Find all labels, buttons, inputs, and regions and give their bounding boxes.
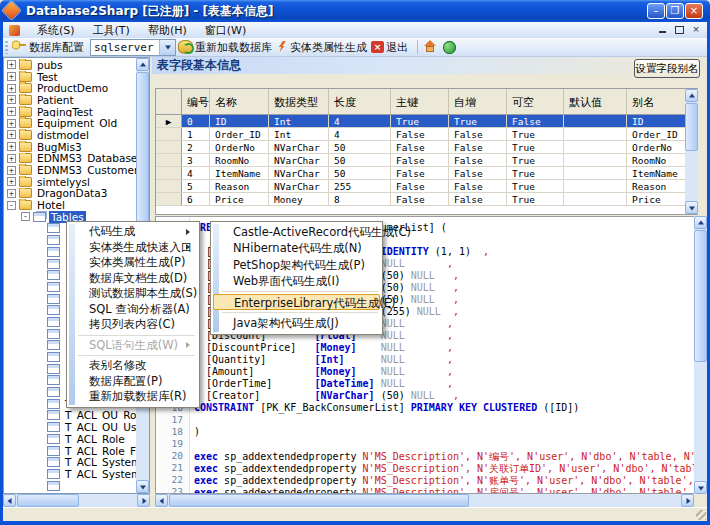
scroll-down-icon[interactable] bbox=[136, 480, 149, 493]
tree-horizontal-scrollbar[interactable] bbox=[3, 494, 150, 507]
minimize-button[interactable]: – bbox=[647, 3, 665, 19]
menu-item[interactable]: 实体类生成快速入口 bbox=[69, 240, 197, 256]
grid-vertical-scrollbar[interactable] bbox=[685, 89, 698, 214]
tree-item[interactable]: T_ACL_Role bbox=[4, 433, 136, 445]
mdi-close-icon[interactable]: × bbox=[689, 24, 703, 36]
scroll-up-icon[interactable] bbox=[694, 216, 707, 229]
tree-item[interactable]: +Test bbox=[4, 71, 136, 83]
grid-cell[interactable]: NVarChar bbox=[269, 180, 329, 192]
tree-toggle-icon[interactable]: + bbox=[7, 95, 16, 104]
grid-cell[interactable]: True bbox=[507, 193, 564, 205]
grid-column-header[interactable]: 数据类型 bbox=[269, 89, 329, 114]
row-selector-cell[interactable] bbox=[156, 128, 182, 140]
tree-toggle-icon[interactable]: + bbox=[7, 107, 16, 116]
grid-cell[interactable]: 8 bbox=[329, 193, 391, 205]
tree-toggle-icon[interactable]: - bbox=[21, 212, 30, 221]
grid-column-header[interactable]: 可空 bbox=[507, 89, 564, 114]
grid-cell[interactable]: ID bbox=[210, 115, 269, 127]
grid-cell[interactable] bbox=[564, 128, 627, 140]
entity-gen-button[interactable]: 实体类属性生成 bbox=[290, 40, 367, 55]
grid-cell[interactable]: NVarChar bbox=[269, 167, 329, 179]
grid-cell[interactable]: ItemName bbox=[210, 167, 269, 179]
grid-scroll-thumb[interactable] bbox=[685, 103, 698, 151]
tree-toggle-icon[interactable]: + bbox=[7, 72, 16, 81]
grid-column-header[interactable]: 别名 bbox=[627, 89, 687, 114]
scroll-right-icon[interactable] bbox=[137, 494, 150, 507]
code-horizontal-scrollbar[interactable] bbox=[155, 494, 694, 507]
grid-cell[interactable]: True bbox=[507, 167, 564, 179]
set-field-alias-button[interactable]: 设置字段别名 bbox=[634, 59, 700, 78]
grid-cell[interactable]: False bbox=[391, 128, 449, 140]
menu-item[interactable]: SQL 查询分析器(A) bbox=[69, 302, 197, 318]
tree-item[interactable]: T_ACL_OU_Role bbox=[4, 410, 136, 422]
menubar-item[interactable]: 帮助(H) bbox=[139, 22, 196, 39]
menu-item[interactable]: 重新加载数据库(R) bbox=[69, 389, 197, 405]
toolbar-grip[interactable] bbox=[5, 41, 8, 54]
combo-dropdown-icon[interactable] bbox=[159, 40, 175, 55]
reload-db-button[interactable]: 重新加载数据库 bbox=[195, 40, 272, 55]
tree-item[interactable]: T_ACL_SystemAuth bbox=[4, 456, 136, 468]
table-row[interactable]: 3RoomNoNVarChar50FalseFalseTrueRoomNo bbox=[156, 154, 697, 167]
row-selector-cell[interactable]: ▶ bbox=[156, 115, 182, 127]
row-selector-cell[interactable] bbox=[156, 180, 182, 192]
grid-cell[interactable]: 2 bbox=[182, 141, 210, 153]
tree-toggle-icon[interactable]: + bbox=[7, 142, 16, 151]
tree-toggle-icon[interactable]: + bbox=[7, 60, 16, 69]
grid-cell[interactable]: ID bbox=[627, 115, 687, 127]
grid-cell[interactable]: False bbox=[391, 193, 449, 205]
grid-cell[interactable]: True bbox=[507, 128, 564, 140]
tree-item[interactable]: +simtelyysl bbox=[4, 176, 136, 188]
grid-cell[interactable]: Order_ID bbox=[210, 128, 269, 140]
grid-cell[interactable]: False bbox=[391, 141, 449, 153]
tree-item[interactable]: +PagingTest bbox=[4, 106, 136, 118]
menu-item[interactable]: 数据库文档生成(D) bbox=[69, 271, 197, 287]
scroll-down-icon[interactable] bbox=[694, 481, 707, 494]
menu-item[interactable]: NHibernate代码生成(N) bbox=[213, 240, 380, 256]
grid-column-header[interactable]: 编号 bbox=[182, 89, 210, 114]
grid-cell[interactable]: NVarChar bbox=[269, 154, 329, 166]
grid-cell[interactable]: 0 bbox=[182, 115, 210, 127]
menu-item[interactable]: 表别名修改 bbox=[69, 358, 197, 374]
grid-cell[interactable] bbox=[564, 154, 627, 166]
grid-cell[interactable]: Int bbox=[269, 115, 329, 127]
tree-item[interactable]: +Patient bbox=[4, 94, 136, 106]
grid-cell[interactable]: 50 bbox=[329, 167, 391, 179]
grid-cell[interactable]: False bbox=[449, 128, 507, 140]
menubar-item[interactable]: 窗口(W) bbox=[196, 22, 255, 39]
tree-item[interactable]: +DragonData3 bbox=[4, 188, 136, 200]
table-row[interactable]: 5ReasonNVarChar255FalseFalseTrueReason bbox=[156, 180, 697, 193]
grid-cell[interactable]: Price bbox=[210, 193, 269, 205]
grid-cell[interactable]: 50 bbox=[329, 154, 391, 166]
menu-item[interactable]: 实体类属性生成(P) bbox=[69, 255, 197, 271]
tree-item[interactable]: +distmodel bbox=[4, 129, 136, 141]
grid-cell[interactable] bbox=[564, 141, 627, 153]
grid-cell[interactable]: False bbox=[507, 115, 564, 127]
grid-cell[interactable] bbox=[564, 193, 627, 205]
mdi-minimize-icon[interactable] bbox=[655, 24, 669, 36]
grid-cell[interactable]: True bbox=[507, 154, 564, 166]
tree-item[interactable]: +pubs bbox=[4, 59, 136, 71]
menu-item[interactable]: Castle-ActiveRecord代码生成(C) bbox=[213, 224, 380, 240]
grid-cell[interactable]: True bbox=[507, 141, 564, 153]
grid-cell[interactable]: Price bbox=[627, 193, 687, 205]
grid-cell[interactable]: 4 bbox=[329, 128, 391, 140]
tree-item[interactable]: +EDNMS3_Database bbox=[4, 153, 136, 165]
row-selector-cell[interactable] bbox=[156, 154, 182, 166]
grid-cell[interactable]: Money bbox=[269, 193, 329, 205]
code-scroll-thumb[interactable] bbox=[694, 230, 707, 362]
grid-cell[interactable]: False bbox=[449, 141, 507, 153]
row-selector-cell[interactable] bbox=[156, 141, 182, 153]
tree-toggle-icon[interactable]: + bbox=[7, 177, 16, 186]
menubar-item[interactable]: 系统(S) bbox=[28, 22, 84, 39]
grid-cell[interactable]: 3 bbox=[182, 154, 210, 166]
maximize-button[interactable]: ❒ bbox=[666, 3, 684, 19]
menu-item[interactable]: Web界面代码生成(I) bbox=[213, 273, 380, 289]
grid-cell[interactable]: True bbox=[507, 180, 564, 192]
tree-item[interactable]: T_ACL_Role_Functi bbox=[4, 445, 136, 457]
tree-item[interactable]: T_ACL_OU_User bbox=[4, 421, 136, 433]
tree-toggle-icon[interactable]: + bbox=[7, 189, 16, 198]
scroll-left-icon[interactable] bbox=[155, 494, 168, 507]
grid-column-header[interactable]: 主键 bbox=[391, 89, 449, 114]
globe-icon[interactable] bbox=[443, 41, 456, 54]
menu-item[interactable]: Java架构代码生成(J) bbox=[213, 315, 380, 331]
